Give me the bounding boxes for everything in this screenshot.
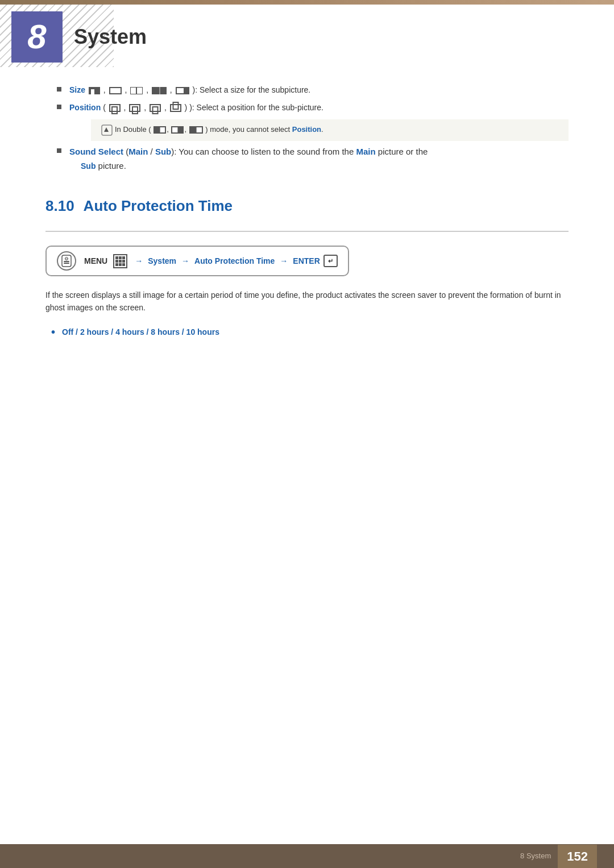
size-icon-separator-4: ,: [170, 85, 172, 94]
section-title: Auto Protection Time: [84, 195, 233, 217]
size-icon-separator-1: ,: [103, 85, 106, 94]
chapter-badge: 8: [11, 11, 63, 63]
arrow-1: →: [135, 255, 143, 267]
menu-path-box: m MENU → System → Auto Protection Time →…: [45, 246, 349, 276]
arrow-2: →: [181, 255, 189, 267]
size-icon-separator-2: ,: [125, 85, 127, 94]
pos-sep-2: ,: [144, 103, 146, 112]
pencil-svg: [101, 124, 113, 136]
bullet-item-size: Size , , , ,: [45, 84, 569, 96]
remote-icon: m: [57, 251, 76, 271]
content-area: Size , , , ,: [0, 67, 614, 378]
position-bullet-text: Position ( , , , ) ): Select a position …: [69, 102, 323, 114]
size-icon-separator-3: ,: [146, 85, 148, 94]
enter-icon-box: ↵: [323, 255, 338, 268]
menu-label: MENU: [84, 255, 107, 267]
size-text: ): Select a size for the subpicture.: [192, 85, 310, 94]
bullet-item-sound-select: Sound Select (Main / Sub): You can choos…: [45, 146, 569, 172]
options-text: Off / 2 hours / 4 hours / 8 hours / 10 h…: [62, 326, 219, 338]
section-number: 8.10: [45, 195, 74, 217]
size-icon-3: [130, 87, 143, 94]
svg-text:m: m: [65, 257, 68, 260]
sound-slash: /: [148, 147, 155, 156]
pos-paren-close: ): [185, 103, 188, 112]
pos-sep-1: ,: [124, 103, 126, 112]
arrow-3: →: [280, 255, 288, 267]
options-list-item: Off / 2 hours / 4 hours / 8 hours / 10 h…: [51, 325, 569, 340]
menu-grid-icon: [113, 254, 127, 268]
svg-rect-4: [64, 261, 69, 262]
position-label: Position: [69, 103, 101, 112]
chapter-number: 8: [27, 11, 46, 63]
remote-svg: m: [60, 255, 73, 267]
bullet-section-size-position: Size , , , ,: [45, 84, 569, 172]
page-number-badge: 152: [558, 845, 597, 868]
bullet-square-icon-2: [57, 105, 61, 109]
footer-bar: 8 System 152: [0, 844, 614, 868]
size-label: Size: [69, 85, 85, 94]
bullet-square-icon: [57, 87, 61, 92]
note-block: In Double ( , , ) mode, you cannot selec…: [91, 119, 569, 141]
position-ref: Position: [292, 125, 321, 134]
top-border: [0, 0, 614, 5]
size-icon-2: [109, 87, 122, 94]
position-icon-3: [150, 104, 161, 112]
svg-rect-5: [64, 263, 69, 264]
section-divider: [45, 231, 569, 232]
double-icon-2: [171, 126, 184, 134]
bullet-square-icon-3: [57, 148, 61, 153]
chapter-title: System: [74, 22, 147, 52]
auto-protection-path: Auto Protection Time: [194, 255, 275, 267]
auto-protection-body-text: If the screen displays a still image for…: [45, 289, 569, 314]
bullet-item-position: Position ( , , , ) ): Select a position …: [45, 102, 569, 114]
footer-label: 8 System: [520, 850, 551, 862]
position-icon-2: [129, 104, 140, 112]
sub-label: Sub: [155, 147, 171, 156]
page-header: 8 System: [0, 5, 614, 67]
double-icon-1: [154, 126, 166, 134]
sub-picture-line: Sub picture.: [69, 160, 428, 173]
double-icon-3: [189, 126, 203, 134]
sound-select-label: Sound Select: [69, 147, 123, 156]
size-icon-1: [89, 87, 100, 94]
sound-select-text: Sound Select (Main / Sub): You can choos…: [69, 146, 428, 172]
size-icon-5: [176, 87, 189, 94]
pos-sep-3: ,: [164, 103, 167, 112]
options-list: Off / 2 hours / 4 hours / 8 hours / 10 h…: [51, 325, 569, 340]
pos-paren-open: (: [103, 103, 106, 112]
note-text-content: In Double ( , , ) mode, you cannot selec…: [115, 124, 323, 135]
sub-ref: Sub: [81, 161, 96, 171]
sound-text-2: picture or the: [376, 147, 428, 156]
size-icon-4: [152, 87, 167, 94]
system-path: System: [148, 255, 176, 267]
position-icon-1: [109, 104, 121, 112]
size-bullet-text: Size , , , ,: [69, 84, 310, 96]
enter-path: ENTER: [293, 255, 320, 267]
position-text: ): Select a position for the sub-picture…: [189, 103, 323, 112]
main-ref: Main: [356, 147, 375, 156]
main-label: Main: [128, 147, 148, 156]
note-pencil-icon: [99, 124, 115, 136]
section-heading-auto-protection: 8.10 Auto Protection Time: [45, 195, 569, 217]
sound-text-3: picture.: [96, 161, 126, 171]
position-icon-4: [170, 104, 181, 112]
sound-colon: : You can choose to listen to the sound …: [174, 147, 356, 156]
